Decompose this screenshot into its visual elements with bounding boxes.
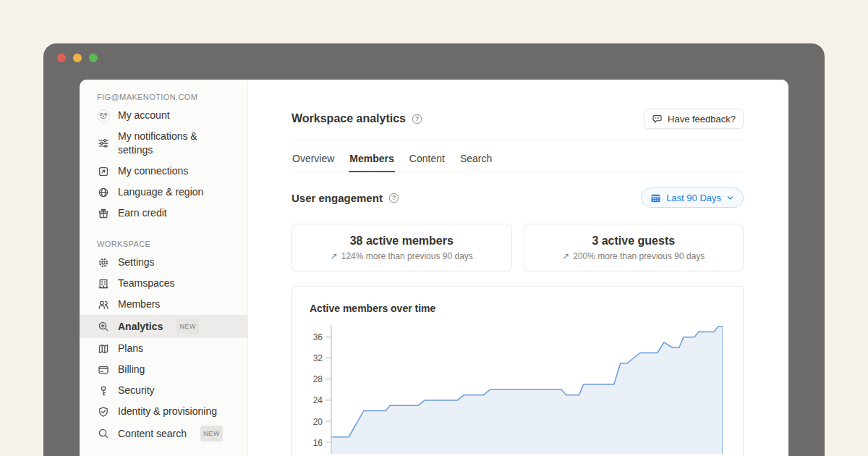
have-feedback-label: Have feedback? xyxy=(668,114,736,124)
sidebar-item-label: My notifications & settings xyxy=(118,130,221,157)
tab-search[interactable]: Search xyxy=(459,148,493,172)
stat-change-text: 200% more than previous 90 days xyxy=(573,251,705,261)
sidebar-item-security[interactable]: Security xyxy=(80,380,247,401)
have-feedback-button[interactable]: Have feedback? xyxy=(644,109,744,129)
people-icon xyxy=(97,298,110,311)
new-badge: NEW xyxy=(176,318,199,334)
header-divider xyxy=(292,140,744,140)
zoom-window-button[interactable] xyxy=(89,54,98,62)
page-title-text: Workspace analytics xyxy=(292,112,406,125)
tab-members[interactable]: Members xyxy=(349,148,394,172)
sidebar-item-label: Billing xyxy=(118,363,145,376)
sidebar-item-my-connections[interactable]: My connections xyxy=(80,161,247,182)
stat-change: ↗ 200% more than previous 90 days xyxy=(562,251,705,261)
sliders-icon xyxy=(97,137,110,150)
stat-change: ↗ 124% more than previous 90 days xyxy=(331,251,473,261)
sidebar-item-plans[interactable]: Plans xyxy=(80,338,247,359)
building-icon xyxy=(97,277,110,290)
workspace-section-header: WORKSPACE xyxy=(80,240,247,252)
arrow-up-right-square-icon xyxy=(97,165,110,178)
svg-text:?: ? xyxy=(415,115,419,122)
y-tick-label: 32 xyxy=(313,353,323,363)
page-title: Workspace analytics ? xyxy=(292,112,422,125)
chart-title: Active members over time xyxy=(310,303,726,314)
sidebar-item-teamspaces[interactable]: Teamspaces xyxy=(80,273,247,294)
y-tick-label: 16 xyxy=(313,438,323,448)
y-tick-label: 28 xyxy=(313,374,323,384)
traffic-lights xyxy=(57,54,98,62)
active-members-chart-card: Active members over time 363228242016 xyxy=(292,286,744,456)
settings-modal: FIG@MAKENOTION.COM My account xyxy=(80,80,788,456)
y-tick-label: 36 xyxy=(313,332,323,342)
y-tick-label: 24 xyxy=(313,395,323,405)
sidebar-item-billing[interactable]: Billing xyxy=(80,359,247,380)
credit-card-icon xyxy=(97,363,110,376)
stat-value: 3 active guests xyxy=(592,235,675,248)
sidebar-item-identity-provisioning[interactable]: Identity & provisioning xyxy=(80,401,247,422)
sidebar-item-my-account[interactable]: My account xyxy=(80,105,247,126)
settings-sidebar: FIG@MAKENOTION.COM My account xyxy=(80,80,248,456)
section-title-text: User engagement xyxy=(292,192,383,204)
sidebar-item-label: Settings xyxy=(118,256,155,269)
trend-up-arrow-icon: ↗ xyxy=(331,251,338,261)
stat-card-active-members: 38 active members ↗ 124% more than previ… xyxy=(292,224,512,271)
gear-icon xyxy=(97,256,110,269)
sidebar-item-label: My connections xyxy=(118,164,188,178)
sidebar-item-label: Members xyxy=(118,297,160,311)
close-window-button[interactable] xyxy=(57,54,66,62)
chevron-down-icon xyxy=(726,194,734,202)
sidebar-item-earn-credit[interactable]: Earn credit xyxy=(80,203,247,224)
sidebar-item-language-region[interactable]: Language & region xyxy=(80,182,247,203)
minimize-window-button[interactable] xyxy=(73,54,82,62)
sidebar-item-my-notifications-settings[interactable]: My notifications & settings xyxy=(80,126,247,161)
sidebar-item-label: Identity & provisioning xyxy=(118,405,217,418)
sidebar-item-label: Plans xyxy=(118,342,143,355)
stat-card-active-guests: 3 active guests ↗ 200% more than previou… xyxy=(524,224,744,271)
date-range-filter-button[interactable]: Last 90 Days xyxy=(641,187,744,208)
sidebar-item-analytics[interactable]: Analytics NEW xyxy=(80,315,247,338)
sidebar-item-label: Earn credit xyxy=(118,206,167,220)
sidebar-item-label: My account xyxy=(118,109,170,122)
date-range-label: Last 90 Days xyxy=(666,193,721,203)
analytics-tabs: Overview Members Content Search xyxy=(292,148,744,172)
sidebar-item-label: Security xyxy=(118,384,155,397)
sidebar-item-label: Language & region xyxy=(118,185,203,199)
analytics-main-panel: Workspace analytics ? Have feedback? xyxy=(248,80,788,456)
gift-icon xyxy=(97,207,110,220)
magnifier-icon xyxy=(97,427,110,440)
avatar-koala-icon xyxy=(97,109,110,122)
sidebar-item-label: Teamspaces xyxy=(118,276,175,290)
svg-text:?: ? xyxy=(392,194,396,201)
map-icon xyxy=(97,342,110,355)
sidebar-item-settings[interactable]: Settings xyxy=(80,252,247,273)
stat-change-text: 124% more than previous 90 days xyxy=(341,251,473,261)
chat-bubble-icon xyxy=(652,114,663,124)
stat-value: 38 active members xyxy=(350,235,454,248)
sidebar-item-content-search[interactable]: Content search NEW xyxy=(80,422,247,445)
magnifier-plus-icon xyxy=(97,320,110,333)
app-window-frame: FIG@MAKENOTION.COM My account xyxy=(43,43,825,456)
trend-up-arrow-icon: ↗ xyxy=(562,251,569,261)
globe-icon xyxy=(97,186,110,199)
sidebar-item-members[interactable]: Members xyxy=(80,294,247,315)
sidebar-item-label: Content search xyxy=(118,427,187,441)
sidebar-item-label: Analytics xyxy=(118,320,163,334)
key-icon xyxy=(97,384,110,397)
members-chart-svg: 363228242016 xyxy=(310,325,723,454)
section-title-user-engagement: User engagement ? xyxy=(292,192,399,204)
tab-overview[interactable]: Overview xyxy=(292,148,335,172)
help-icon[interactable]: ? xyxy=(412,114,422,124)
new-badge: NEW xyxy=(200,426,223,442)
y-tick-label: 20 xyxy=(313,417,323,427)
shield-check-icon xyxy=(97,405,110,418)
account-email-header: FIG@MAKENOTION.COM xyxy=(80,93,247,105)
help-icon[interactable]: ? xyxy=(388,193,399,203)
calendar-icon xyxy=(650,193,661,203)
tab-content[interactable]: Content xyxy=(409,148,446,172)
